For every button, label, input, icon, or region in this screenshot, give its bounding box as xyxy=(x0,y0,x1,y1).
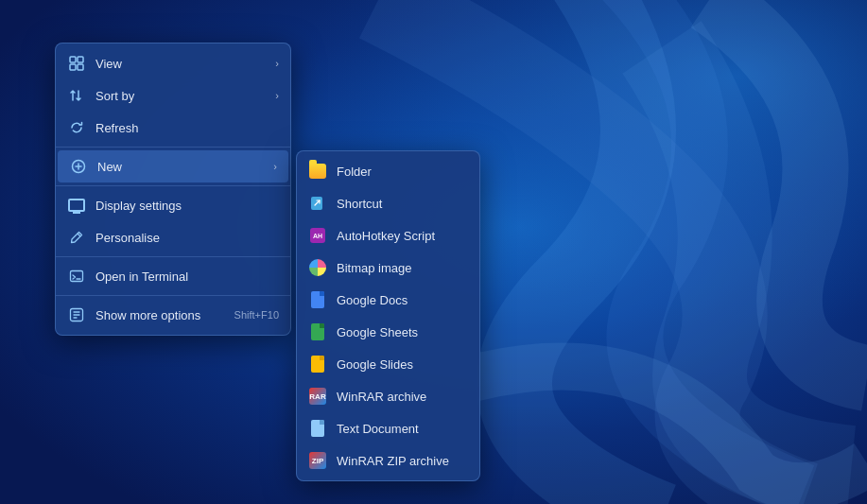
submenu-item-gsheets[interactable]: Google Sheets xyxy=(297,316,479,348)
gsheets-icon-shape xyxy=(311,323,324,340)
divider-2 xyxy=(56,185,290,186)
bitmap-icon xyxy=(308,258,327,277)
submenu-item-winrar[interactable]: RAR WinRAR archive xyxy=(297,380,479,412)
menu-item-terminal[interactable]: Open in Terminal xyxy=(56,260,290,292)
winrarzip-label: WinRAR ZIP archive xyxy=(337,454,468,468)
menu-item-refresh[interactable]: Refresh xyxy=(56,112,290,144)
divider-3 xyxy=(56,256,290,257)
textdoc-label: Text Document xyxy=(337,422,468,436)
show-more-shortcut: Shift+F10 xyxy=(234,309,279,321)
winrar-icon-shape: RAR xyxy=(309,388,326,405)
display-settings-icon xyxy=(67,196,86,215)
winrar-label: WinRAR archive xyxy=(337,390,468,404)
menu-item-show-more[interactable]: Show more options Shift+F10 xyxy=(56,299,290,331)
view-icon xyxy=(67,54,86,73)
divider-1 xyxy=(56,147,290,148)
sortby-label: Sort by xyxy=(95,89,266,103)
gdocs-icon-shape xyxy=(311,291,324,308)
winrar-icon: RAR xyxy=(308,387,327,406)
personalise-label: Personalise xyxy=(95,231,279,245)
winrarzip-icon: ZIP xyxy=(308,451,327,470)
gsheets-label: Google Sheets xyxy=(337,325,468,339)
folder-icon xyxy=(308,162,327,181)
new-icon xyxy=(69,157,88,176)
textdoc-icon xyxy=(308,419,327,438)
gdocs-icon xyxy=(308,290,327,309)
ahk-icon-shape: AH xyxy=(310,228,325,243)
svg-rect-3 xyxy=(78,57,83,62)
menu-item-view[interactable]: View › xyxy=(56,47,290,79)
view-label: View xyxy=(95,57,266,71)
gslides-icon xyxy=(308,355,327,374)
new-arrow: › xyxy=(273,161,277,172)
display-settings-label: Display settings xyxy=(95,199,279,213)
submenu-item-gdocs[interactable]: Google Docs xyxy=(297,284,479,316)
submenu-item-winrarzip[interactable]: ZIP WinRAR ZIP archive xyxy=(297,444,479,477)
gdocs-label: Google Docs xyxy=(337,293,468,307)
refresh-label: Refresh xyxy=(95,121,279,135)
display-icon-shape xyxy=(68,199,85,212)
winrarzip-icon-shape: ZIP xyxy=(309,452,326,469)
show-more-label: Show more options xyxy=(95,308,225,322)
bitmap-label: Bitmap image xyxy=(337,261,468,275)
svg-rect-4 xyxy=(70,64,76,70)
sortby-arrow: › xyxy=(275,90,279,101)
menu-item-display-settings[interactable]: Display settings xyxy=(56,189,290,221)
submenu-item-shortcut[interactable]: Shortcut xyxy=(297,187,479,219)
show-more-icon xyxy=(67,305,86,324)
sortby-icon xyxy=(67,86,86,105)
menu-item-personalise[interactable]: Personalise xyxy=(56,221,290,253)
menu-item-new[interactable]: New › Folder Shortcut xyxy=(58,150,288,182)
svg-rect-5 xyxy=(78,64,83,70)
terminal-label: Open in Terminal xyxy=(95,269,279,284)
shortcut-icon xyxy=(308,194,327,213)
folder-label: Folder xyxy=(337,165,468,179)
svg-rect-8 xyxy=(71,271,83,282)
submenu-item-ahk[interactable]: AH AutoHotkey Script xyxy=(297,219,479,252)
gsheets-icon xyxy=(308,322,327,341)
ahk-icon: AH xyxy=(308,226,327,245)
gslides-icon-shape xyxy=(311,356,324,373)
bitmap-icon-shape xyxy=(309,259,326,276)
context-menu: View › Sort by › Refresh New xyxy=(55,43,291,336)
submenu-item-textdoc[interactable]: Text Document xyxy=(297,412,479,444)
submenu-item-folder[interactable]: Folder xyxy=(297,155,479,187)
menu-item-sortby[interactable]: Sort by › xyxy=(56,79,290,112)
gslides-label: Google Slides xyxy=(337,357,468,372)
new-submenu: Folder Shortcut AH AutoHotkey Scr xyxy=(296,150,480,481)
submenu-item-gslides[interactable]: Google Slides xyxy=(297,348,479,380)
svg-rect-2 xyxy=(70,57,76,62)
shortcut-label: Shortcut xyxy=(337,197,468,211)
personalise-icon xyxy=(67,228,86,247)
textdoc-icon-shape xyxy=(311,420,324,437)
refresh-icon xyxy=(67,118,86,137)
new-label: New xyxy=(97,160,264,174)
terminal-icon xyxy=(67,267,86,286)
divider-4 xyxy=(56,295,290,296)
view-arrow: › xyxy=(275,58,279,69)
ahk-label: AutoHotkey Script xyxy=(337,229,468,243)
submenu-item-bitmap[interactable]: Bitmap image xyxy=(297,252,479,284)
